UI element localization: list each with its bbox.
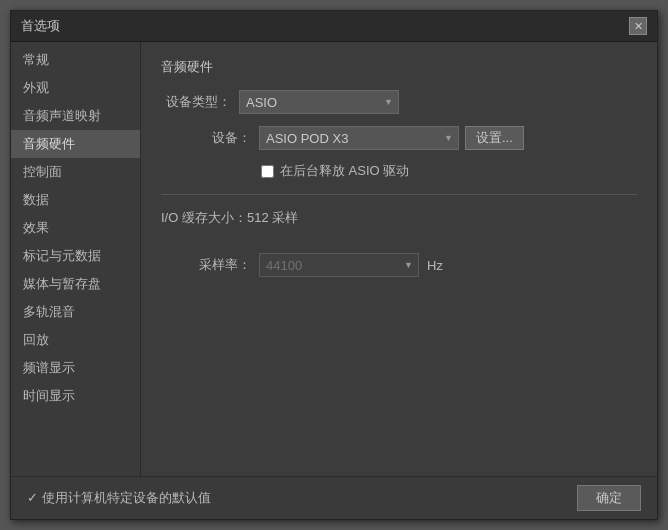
buffer-info: I/O 缓存大小：512 采样 [161,209,298,227]
device-row: 设备： ASIO POD X3 设置... [181,126,637,150]
dialog-title: 首选项 [21,17,60,35]
preferences-dialog: 首选项 ✕ 常规 外观 音频声道映射 音频硬件 控制面 数据 效果 标记与元数据… [10,10,658,520]
sidebar-item-audio-hardware[interactable]: 音频硬件 [11,130,140,158]
sidebar-item-media-scratch[interactable]: 媒体与暂存盘 [11,270,140,298]
settings-button[interactable]: 设置... [465,126,524,150]
section-title: 音频硬件 [161,58,637,76]
bottom-left: ✓ 使用计算机特定设备的默认值 [27,489,211,507]
sidebar-item-channel-map[interactable]: 音频声道映射 [11,102,140,130]
dialog-body: 常规 外观 音频声道映射 音频硬件 控制面 数据 效果 标记与元数据 媒体与暂存… [11,42,657,476]
asio-checkbox-row: 在后台释放 ASIO 驱动 [261,162,637,180]
sidebar-item-general[interactable]: 常规 [11,46,140,74]
title-bar: 首选项 ✕ [11,11,657,42]
device-type-select-wrapper: ASIO [239,90,399,114]
sidebar-item-time-display[interactable]: 时间显示 [11,382,140,410]
sidebar-item-effects[interactable]: 效果 [11,214,140,242]
device-select[interactable]: ASIO POD X3 [259,126,459,150]
ok-button[interactable]: 确定 [577,485,641,511]
device-label: 设备： [181,129,251,147]
device-type-label: 设备类型： [161,93,231,111]
close-button[interactable]: ✕ [629,17,647,35]
sidebar-item-playback[interactable]: 回放 [11,326,140,354]
sample-rate-row: 采样率： 44100 Hz [181,253,637,277]
asio-background-checkbox[interactable] [261,165,274,178]
sidebar-item-markers-metadata[interactable]: 标记与元数据 [11,242,140,270]
sample-rate-select[interactable]: 44100 [259,253,419,277]
sidebar-item-data[interactable]: 数据 [11,186,140,214]
device-type-select[interactable]: ASIO [239,90,399,114]
sidebar-item-appearance[interactable]: 外观 [11,74,140,102]
sidebar: 常规 外观 音频声道映射 音频硬件 控制面 数据 效果 标记与元数据 媒体与暂存… [11,42,141,476]
sample-rate-select-wrapper: 44100 [259,253,419,277]
bottom-right: 确定 [577,485,641,511]
buffer-row: I/O 缓存大小：512 采样 [161,209,637,241]
sidebar-item-spectral-display[interactable]: 频谱显示 [11,354,140,382]
device-select-wrapper: ASIO POD X3 [259,126,459,150]
asio-checkbox-label[interactable]: 在后台释放 ASIO 驱动 [280,162,409,180]
sidebar-item-multitrack[interactable]: 多轨混音 [11,298,140,326]
hz-label: Hz [427,258,443,273]
sidebar-item-control-surface[interactable]: 控制面 [11,158,140,186]
divider [161,194,637,195]
bottom-bar: ✓ 使用计算机特定设备的默认值 确定 [11,476,657,519]
sample-rate-label: 采样率： [181,256,251,274]
main-panel: 音频硬件 设备类型： ASIO 设备： ASIO POD X3 设置. [141,42,657,476]
use-defaults-label[interactable]: ✓ 使用计算机特定设备的默认值 [27,489,211,507]
device-type-row: 设备类型： ASIO [161,90,637,114]
